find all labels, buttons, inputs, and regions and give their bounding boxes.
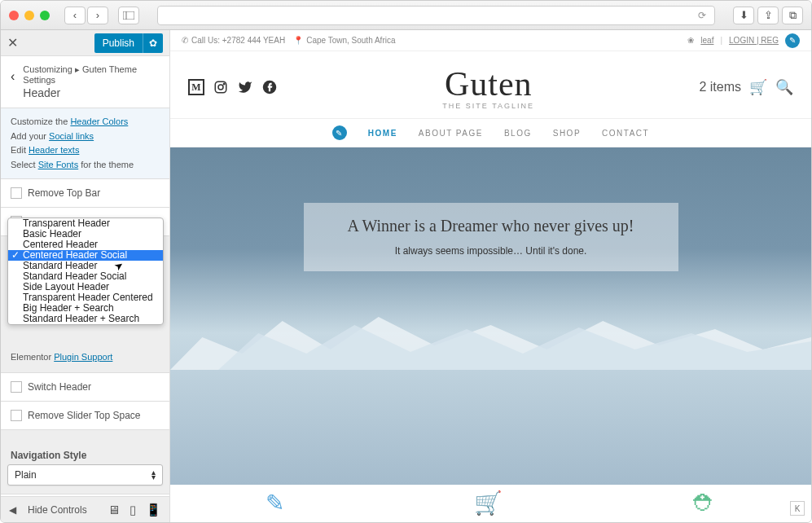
customizer-footer: ◀ Hide Controls 🖥 ▯ 📱 xyxy=(1,496,169,522)
desktop-preview-icon[interactable]: 🖥 xyxy=(108,503,120,517)
hero-caption: A Winner is a Dreamer who never gives up… xyxy=(304,203,678,271)
close-window-button[interactable] xyxy=(9,11,19,20)
info-panel: Customize the Header Colors Add your Soc… xyxy=(1,108,169,179)
header-layout-dropdown[interactable]: Transparent HeaderBasic HeaderCentered H… xyxy=(7,218,164,325)
site-preview: ✆ Call Us: +2782 444 YEAH 📍 Cape Town, S… xyxy=(170,30,811,522)
svg-point-3 xyxy=(218,85,223,90)
share-button[interactable]: ⇪ xyxy=(757,7,779,24)
search-icon[interactable]: 🔍 xyxy=(775,78,793,96)
svg-point-4 xyxy=(223,83,225,85)
facebook-icon[interactable] xyxy=(261,79,278,95)
checkbox-icon[interactable] xyxy=(11,187,22,199)
k-indicator: K xyxy=(790,501,805,516)
close-customizer-button[interactable]: ✕ xyxy=(7,35,18,51)
social-links-link[interactable]: Social links xyxy=(49,131,94,141)
nav-item-home[interactable]: HOME xyxy=(368,129,397,138)
select-chevrons-icon: ▴▾ xyxy=(151,470,156,480)
phone-icon: ✆ xyxy=(182,36,188,45)
address-bar[interactable]: ⟳ xyxy=(157,6,715,25)
main-navigation: ✎ HOME ABOUT PAGE BLOG SHOP CONTACT xyxy=(170,118,811,147)
topbar-call-text: Call Us: +2782 444 YEAH xyxy=(191,36,285,45)
remove-slider-option[interactable]: Remove Slider Top Space xyxy=(1,402,169,430)
site-fonts-link[interactable]: Site Fonts xyxy=(38,160,79,169)
feature-icons-row: ✎ 🛒 ⛑ xyxy=(170,485,811,522)
nav-item-shop[interactable]: SHOP xyxy=(553,129,581,138)
checkbox-icon[interactable] xyxy=(11,381,22,393)
leaf-icon: ❀ xyxy=(687,36,694,45)
plugin-support-link[interactable]: Plugin Support xyxy=(54,352,112,362)
site-header: M Guten THE SITE TAGLINE 2 items 🛒 🔍 xyxy=(170,51,811,118)
cart-feature-icon: 🛒 xyxy=(474,490,503,516)
nav-item-about[interactable]: ABOUT PAGE xyxy=(419,129,483,138)
map-pin-icon: 📍 xyxy=(293,36,303,45)
back-arrow-button[interactable]: ‹ xyxy=(11,64,15,84)
collapse-icon[interactable]: ◀ xyxy=(9,504,16,516)
hero-subtitle: It always seems impossible… Until it's d… xyxy=(320,245,662,257)
minimize-window-button[interactable] xyxy=(24,11,34,20)
forward-button[interactable]: › xyxy=(87,7,108,24)
social-icons: M xyxy=(188,79,278,95)
instagram-icon[interactable] xyxy=(213,79,229,95)
support-feature-icon: ⛑ xyxy=(693,490,716,516)
customizer-sidebar: ✕ Publish ✿ ‹ Customizing ▸ Guten Theme … xyxy=(1,30,170,522)
site-logo[interactable]: Guten THE SITE TAGLINE xyxy=(442,64,534,110)
medium-icon[interactable]: M xyxy=(188,79,204,95)
mobile-preview-icon[interactable]: 📱 xyxy=(146,503,161,517)
breadcrumb: Customizing ▸ Guten Theme Settings xyxy=(23,64,160,85)
edit-shortcut-icon[interactable]: ✎ xyxy=(332,125,347,140)
maximize-window-button[interactable] xyxy=(40,11,50,20)
edit-shortcut-icon[interactable]: ✎ xyxy=(785,33,800,48)
switch-header-option[interactable]: Switch Header xyxy=(1,372,169,402)
sidebar-toggle-button[interactable] xyxy=(118,7,139,24)
checkbox-icon[interactable] xyxy=(11,410,22,421)
header-texts-link[interactable]: Header texts xyxy=(29,145,79,155)
topbar-location-text: Cape Town, South Africa xyxy=(306,36,395,45)
nav-style-select[interactable]: Plain ▴▾ xyxy=(7,464,163,486)
site-topbar: ✆ Call Us: +2782 444 YEAH 📍 Cape Town, S… xyxy=(170,30,811,51)
nav-style-heading: Navigation Style xyxy=(1,442,169,464)
login-link[interactable]: LOGIN | REG xyxy=(729,36,779,45)
window-controls xyxy=(9,11,50,20)
edit-feature-icon: ✎ xyxy=(266,490,284,516)
dropdown-option[interactable]: Standard Header + Search xyxy=(8,314,163,324)
hide-controls-button[interactable]: Hide Controls xyxy=(28,504,87,516)
cart-items-text[interactable]: 2 items xyxy=(699,80,741,94)
downloads-button[interactable]: ⬇ xyxy=(733,7,754,24)
back-button[interactable]: ‹ xyxy=(64,7,86,24)
reload-icon[interactable]: ⟳ xyxy=(698,10,706,21)
hero-title: A Winner is a Dreamer who never gives up… xyxy=(320,214,662,237)
nav-item-blog[interactable]: BLOG xyxy=(504,129,532,138)
header-utilities: 2 items 🛒 🔍 xyxy=(699,78,793,96)
leaf-link[interactable]: leaf xyxy=(700,36,713,45)
hero-slider: A Winner is a Dreamer who never gives up… xyxy=(170,147,811,485)
publish-button[interactable]: Publish xyxy=(94,33,143,53)
tablet-preview-icon[interactable]: ▯ xyxy=(129,503,136,517)
cart-icon[interactable]: 🛒 xyxy=(749,78,767,96)
header-colors-link[interactable]: Header Colors xyxy=(70,116,128,126)
svg-rect-0 xyxy=(123,11,134,20)
browser-titlebar: ‹ › ⟳ ⬇ ⇪ ⧉ xyxy=(1,1,811,30)
section-title: Header xyxy=(23,86,160,99)
nav-item-contact[interactable]: CONTACT xyxy=(602,129,649,138)
publish-settings-button[interactable]: ✿ xyxy=(143,33,163,53)
tabs-button[interactable]: ⧉ xyxy=(782,7,803,24)
remove-topbar-option[interactable]: Remove Top Bar xyxy=(1,179,169,208)
elementor-note: Elementor Plugin Support xyxy=(1,350,169,372)
twitter-icon[interactable] xyxy=(237,79,253,95)
